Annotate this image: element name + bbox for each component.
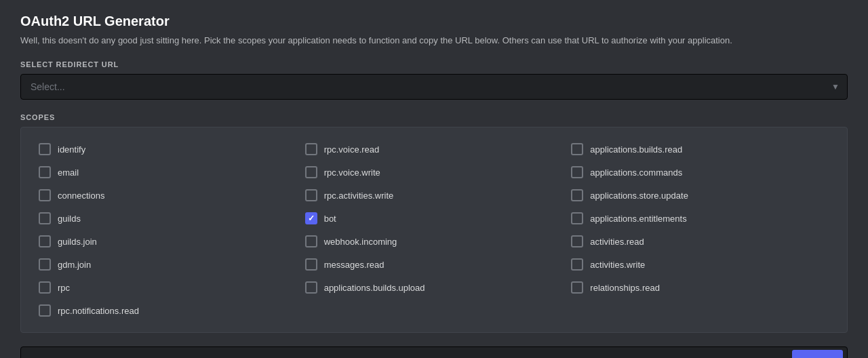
scope-label-rpc-activities-write: rpc.activities.write [324, 191, 394, 201]
scope-item-bot[interactable]: bot [301, 207, 568, 229]
scope-label-applications-builds-upload: applications.builds.upload [324, 283, 425, 293]
scope-label-rpc-voice-read: rpc.voice.read [324, 144, 380, 155]
scope-item-rpc-voice-read[interactable]: rpc.voice.read [301, 138, 568, 160]
scopes-label: SCOPES [20, 113, 848, 121]
scope-item-activities-write[interactable]: activities.write [567, 254, 833, 275]
scope-item-applications-builds-upload[interactable]: applications.builds.upload [301, 277, 568, 298]
scope-checkbox-guilds-join[interactable] [39, 235, 51, 247]
scope-item-gdm-join[interactable]: gdm.join [35, 254, 301, 275]
scope-label-connections: connections [58, 191, 104, 201]
scope-checkbox-messages-read[interactable] [305, 258, 317, 271]
scope-item-email[interactable]: email [35, 161, 301, 183]
scope-item-rpc[interactable]: rpc [35, 277, 301, 298]
scope-checkbox-bot[interactable] [305, 212, 317, 224]
page-title: OAuth2 URL Generator [20, 14, 848, 29]
scopes-column-1: identify email connections guilds guilds… [35, 138, 301, 321]
scope-item-relationships-read[interactable]: relationships.read [567, 277, 833, 298]
scope-checkbox-webhook-incoming[interactable] [305, 235, 317, 247]
scope-label-bot: bot [324, 214, 336, 224]
scope-label-identify: identify [58, 144, 85, 155]
scope-item-applications-store-update[interactable]: applications.store.update [567, 184, 833, 206]
redirect-url-label: SELECT REDIRECT URL [20, 60, 848, 68]
redirect-url-select[interactable]: Select... [20, 74, 848, 100]
scopes-box: identify email connections guilds guilds… [20, 127, 848, 333]
scope-label-rpc-voice-write: rpc.voice.write [324, 167, 380, 178]
scope-checkbox-applications-entitlements[interactable] [571, 212, 583, 224]
generated-url: https://discord.com/api/oauth2/authorize… [21, 348, 792, 358]
scopes-section: SCOPES identify email connections [20, 113, 848, 333]
scope-item-webhook-incoming[interactable]: webhook.incoming [301, 231, 568, 252]
scope-checkbox-activities-write[interactable] [571, 258, 583, 271]
scope-label-webhook-incoming: webhook.incoming [324, 237, 397, 247]
scope-item-rpc-voice-write[interactable]: rpc.voice.write [301, 161, 568, 183]
scope-label-gdm-join: gdm.join [58, 260, 91, 270]
scope-label-rpc-notifications-read: rpc.notifications.read [58, 306, 139, 316]
redirect-url-section: SELECT REDIRECT URL Select... ▼ [20, 60, 848, 100]
scope-label-applications-commands: applications.commands [590, 167, 682, 178]
scope-label-guilds: guilds [58, 214, 81, 224]
scopes-column-3: applications.builds.read applications.co… [567, 138, 833, 321]
scope-label-rpc: rpc [58, 283, 70, 293]
scope-checkbox-guilds[interactable] [39, 212, 51, 224]
scope-checkbox-connections[interactable] [39, 189, 51, 201]
scope-checkbox-rpc-voice-write[interactable] [305, 166, 317, 178]
scope-item-rpc-activities-write[interactable]: rpc.activities.write [301, 184, 568, 206]
scopes-column-2: rpc.voice.read rpc.voice.write rpc.activ… [301, 138, 568, 321]
scope-checkbox-email[interactable] [39, 166, 51, 178]
scopes-grid: identify email connections guilds guilds… [35, 138, 833, 321]
scope-item-identify[interactable]: identify [35, 138, 301, 160]
scope-label-applications-builds-read: applications.builds.read [590, 144, 682, 155]
scope-item-guilds-join[interactable]: guilds.join [35, 231, 301, 252]
scope-checkbox-applications-builds-read[interactable] [571, 143, 583, 155]
scope-checkbox-rpc-voice-read[interactable] [305, 143, 317, 155]
scope-item-messages-read[interactable]: messages.read [301, 254, 568, 275]
scope-checkbox-rpc-activities-write[interactable] [305, 189, 317, 201]
scope-label-activities-write: activities.write [590, 260, 645, 270]
scope-checkbox-rpc-notifications-read[interactable] [39, 304, 51, 317]
url-bar: https://discord.com/api/oauth2/authorize… [20, 346, 848, 358]
scope-label-email: email [58, 167, 79, 178]
scope-checkbox-applications-builds-upload[interactable] [305, 281, 317, 294]
scope-item-applications-commands[interactable]: applications.commands [567, 161, 833, 183]
scope-label-messages-read: messages.read [324, 260, 384, 270]
scope-checkbox-identify[interactable] [39, 143, 51, 155]
page-description: Well, this doesn't do any good just sitt… [20, 35, 848, 47]
scope-checkbox-relationships-read[interactable] [571, 281, 583, 294]
scope-checkbox-applications-commands[interactable] [571, 166, 583, 178]
scope-checkbox-applications-store-update[interactable] [571, 189, 583, 201]
scope-label-applications-entitlements: applications.entitlements [590, 214, 686, 224]
scope-checkbox-gdm-join[interactable] [39, 258, 51, 271]
scope-item-rpc-notifications-read[interactable]: rpc.notifications.read [35, 300, 301, 321]
scope-label-guilds-join: guilds.join [58, 237, 97, 247]
scope-checkbox-activities-read[interactable] [571, 235, 583, 247]
scope-label-relationships-read: relationships.read [590, 283, 660, 293]
scope-item-guilds[interactable]: guilds [35, 207, 301, 229]
scope-item-applications-builds-read[interactable]: applications.builds.read [567, 138, 833, 160]
copy-button[interactable]: Copy [792, 350, 843, 358]
redirect-url-container: Select... ▼ [20, 74, 848, 100]
scope-label-applications-store-update: applications.store.update [590, 191, 688, 201]
scope-item-activities-read[interactable]: activities.read [567, 231, 833, 252]
scope-checkbox-rpc[interactable] [39, 281, 51, 294]
scope-item-connections[interactable]: connections [35, 184, 301, 206]
scope-item-applications-entitlements[interactable]: applications.entitlements [567, 207, 833, 229]
scope-label-activities-read: activities.read [590, 237, 644, 247]
